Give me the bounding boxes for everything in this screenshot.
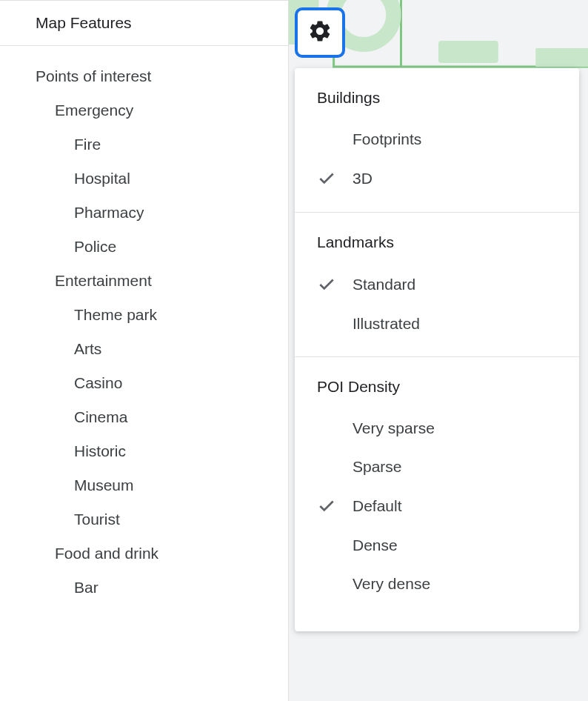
tree-item-label: Fire (74, 136, 101, 153)
tree-item-label: Casino (74, 374, 122, 391)
dropdown-option-label: Sparse (353, 458, 402, 476)
dropdown-option[interactable]: Very dense (295, 565, 579, 603)
tree-item[interactable]: Tourist (36, 502, 288, 536)
dropdown-option[interactable]: Illustrated (295, 305, 579, 343)
tree-item-label: Points of interest (36, 67, 151, 84)
tree-item[interactable]: Theme park (36, 298, 288, 332)
dropdown-heading: Landmarks (295, 226, 579, 265)
tree-item-label: Tourist (74, 511, 120, 528)
settings-dropdown: BuildingsFootprints3DLandmarksStandardIl… (295, 68, 579, 631)
dropdown-option[interactable]: Sparse (295, 448, 579, 486)
tree-item-label: Theme park (74, 306, 157, 323)
dropdown-option[interactable]: Footprints (295, 120, 579, 159)
tree-item-label: Police (74, 238, 116, 255)
tree-item[interactable]: Casino (36, 366, 288, 400)
gear-icon (307, 19, 333, 47)
dropdown-option-label: Very dense (353, 575, 430, 593)
feature-tree: Points of interestEmergencyFireHospitalP… (0, 46, 288, 618)
tree-item-label: Emergency (55, 102, 133, 119)
tree-item[interactable]: Museum (36, 468, 288, 502)
dropdown-option-label: Footprints (353, 130, 421, 148)
check-icon (317, 496, 353, 516)
tree-item-label: Bar (74, 579, 98, 596)
tree-item[interactable]: Police (36, 230, 288, 264)
tree-item[interactable]: Arts (36, 332, 288, 366)
dropdown-option-label: Standard (353, 276, 415, 293)
dropdown-heading: POI Density (295, 371, 579, 409)
tree-item[interactable]: Emergency (36, 93, 288, 127)
dropdown-option[interactable]: Very sparse (295, 409, 579, 448)
tree-item[interactable]: Food and drink (36, 536, 288, 571)
tree-item-label: Food and drink (55, 545, 158, 562)
check-icon (317, 169, 353, 188)
settings-button[interactable] (295, 7, 345, 58)
dropdown-option-label: 3D (353, 170, 372, 187)
dropdown-section: LandmarksStandardIllustrated (295, 213, 579, 357)
tree-item-label: Entertainment (55, 272, 152, 289)
dropdown-option[interactable]: 3D (295, 159, 579, 199)
tree-item-label: Arts (74, 340, 101, 357)
svg-rect-4 (535, 48, 588, 67)
dropdown-option[interactable]: Dense (295, 526, 579, 565)
tree-item[interactable]: Bar (36, 571, 288, 605)
sidebar-header: Map Features (0, 1, 288, 46)
dropdown-heading: Buildings (295, 82, 579, 120)
dropdown-option-label: Illustrated (353, 315, 420, 333)
tree-item-label: Pharmacy (74, 204, 144, 221)
dropdown-option-label: Very sparse (353, 419, 435, 437)
dropdown-option[interactable]: Default (295, 486, 579, 526)
dropdown-section: BuildingsFootprints3D (295, 68, 579, 213)
svg-rect-1 (438, 41, 498, 63)
tree-item-label: Historic (74, 442, 126, 459)
dropdown-section: POI DensityVery sparseSparseDefaultDense… (295, 357, 579, 617)
sidebar-title: Map Features (36, 14, 132, 32)
dropdown-option[interactable]: Standard (295, 265, 579, 305)
check-icon (317, 275, 353, 294)
tree-item-label: Cinema (74, 408, 127, 425)
tree-item[interactable]: Hospital (36, 162, 288, 196)
tree-item[interactable]: Points of interest (36, 59, 288, 93)
dropdown-option-label: Default (353, 497, 402, 515)
tree-item[interactable]: Entertainment (36, 264, 288, 298)
tree-item-label: Hospital (74, 170, 130, 187)
map-features-sidebar: Map Features Points of interestEmergency… (0, 0, 289, 701)
tree-item[interactable]: Pharmacy (36, 196, 288, 230)
tree-item[interactable]: Historic (36, 434, 288, 468)
tree-item[interactable]: Cinema (36, 400, 288, 434)
tree-item-label: Museum (74, 476, 134, 494)
dropdown-option-label: Dense (353, 536, 398, 554)
tree-item[interactable]: Fire (36, 127, 288, 162)
